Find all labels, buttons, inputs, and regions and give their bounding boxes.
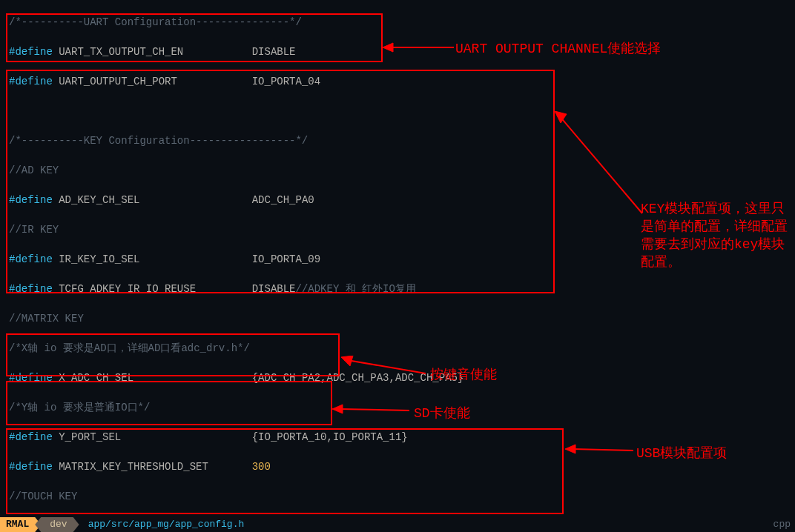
macro-name: UART_TX_OUTPUT_CH_EN xyxy=(59,46,183,58)
macro-value: 300 xyxy=(252,461,271,473)
keyword-define: #define xyxy=(9,46,53,58)
svg-line-2 xyxy=(559,116,642,213)
svg-line-8 xyxy=(573,449,633,450)
annotation-text-voice: 按键音使能 xyxy=(430,366,497,384)
arrow-icon xyxy=(383,40,454,55)
svg-marker-7 xyxy=(332,405,343,413)
annotation-text-usb: USB模块配置项 xyxy=(636,445,727,462)
comment: //MATRIX KEY xyxy=(9,313,84,325)
annotation-text-sd: SD卡使能 xyxy=(414,405,470,422)
status-bar: RMAL dev app/src/app_mg/app_config.h cpp xyxy=(0,517,795,532)
file-language: cpp xyxy=(773,517,795,532)
comment: //AD KEY xyxy=(9,164,59,176)
svg-marker-5 xyxy=(341,356,353,366)
keyword-define: #define xyxy=(9,76,53,87)
keyword-define: #define xyxy=(9,372,53,384)
branch-name: dev xyxy=(50,519,67,530)
arrow-icon xyxy=(565,443,635,455)
git-branch[interactable]: dev xyxy=(35,517,79,532)
mode-indicator: RMAL xyxy=(0,517,41,532)
svg-marker-9 xyxy=(565,445,575,453)
macro-name: IR_KEY_IO_SEL xyxy=(59,253,139,265)
annotation-text-key: KEY模块配置项，这里只是简单的配置，详细配置需要去到对应的key模块配置。 xyxy=(641,200,789,271)
svg-line-4 xyxy=(347,360,426,373)
macro-name: Y_PORT_SEL xyxy=(59,431,121,443)
arrow-icon xyxy=(555,111,644,215)
keyword-define: #define xyxy=(9,461,53,473)
macro-name: X_ADC_CH_SEL xyxy=(59,372,133,384)
macro-name: MATRIX_KEY_THRESHOLD_SET xyxy=(59,461,208,473)
macro-value: IO_PORTA_09 xyxy=(252,253,320,265)
keyword-define: #define xyxy=(9,253,53,265)
comment: //IR KEY xyxy=(9,224,59,236)
comment: //ADKEY 和 红外IO复用 xyxy=(296,283,416,295)
macro-value: ADC_CH_PA0 xyxy=(252,194,314,206)
comment: /*Y轴 io 要求是普通IO口*/ xyxy=(9,402,150,413)
macro-name: UART_OUTPUT_CH_PORT xyxy=(59,76,177,87)
keyword-define: #define xyxy=(9,283,53,295)
keyword-define: #define xyxy=(9,194,53,206)
comment: /*X轴 io 要求是AD口，详细AD口看adc_drv.h*/ xyxy=(9,342,250,354)
arrow-icon xyxy=(341,356,427,376)
file-path: app/src/app_mg/app_config.h xyxy=(79,517,245,532)
keyword-define: #define xyxy=(9,431,53,443)
comment: /*----------UART Configuration----------… xyxy=(9,16,302,28)
comment: //TOUCH KEY xyxy=(9,491,77,502)
comment: /*----------KEY Configuration-----------… xyxy=(9,135,308,147)
macro-name: TCFG_ADKEY_IR_IO_REUSE xyxy=(59,283,196,295)
arrow-icon xyxy=(332,403,411,415)
macro-value: {IO_PORTA_10,IO_PORTA_11} xyxy=(252,431,408,443)
macro-value: DISABLE xyxy=(252,46,296,58)
macro-value: DISABLE xyxy=(252,283,296,295)
macro-name: AD_KEY_CH_SEL xyxy=(59,194,139,206)
macro-value: IO_PORTA_04 xyxy=(252,76,320,87)
svg-marker-1 xyxy=(383,43,393,52)
annotation-text-uart: UART OUTPUT CHANNEL使能选择 xyxy=(455,40,661,58)
svg-line-6 xyxy=(340,409,409,410)
